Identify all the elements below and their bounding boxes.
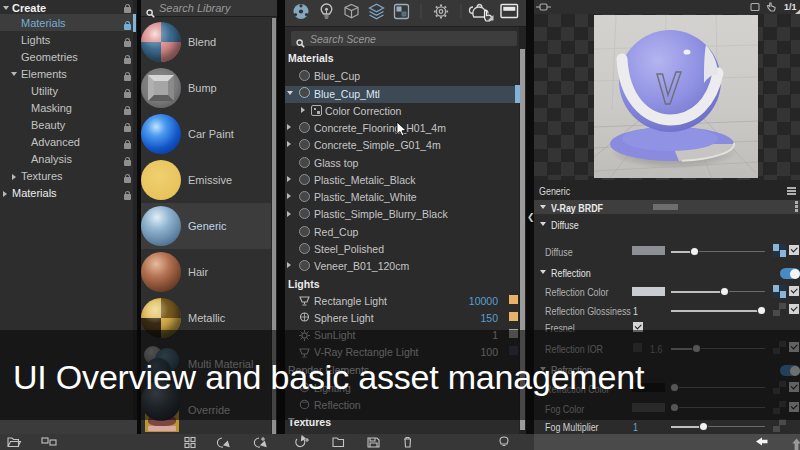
svg-text:1/1: 1/1	[784, 2, 797, 12]
